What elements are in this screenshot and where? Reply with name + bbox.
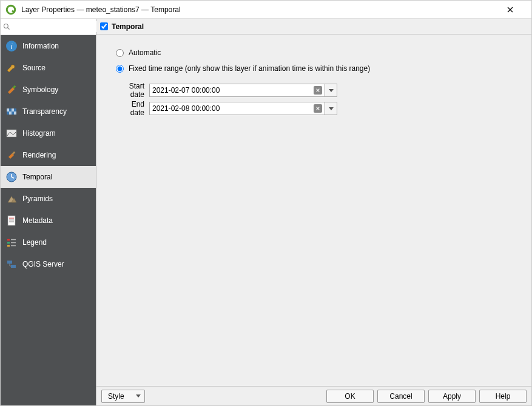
svg-point-4	[4, 24, 8, 28]
clear-icon[interactable]	[314, 104, 322, 113]
clear-icon[interactable]	[314, 86, 322, 95]
radio-automatic[interactable]	[116, 49, 124, 57]
panel-body: Automatic Fixed time range (only show th…	[96, 35, 531, 386]
paintbrush-icon	[5, 84, 18, 96]
sidebar-item-label: QGIS Server	[22, 260, 64, 268]
sidebar-item-label: Pyramids	[22, 195, 53, 203]
main-area: i Information Source Symbology	[1, 19, 531, 405]
sidebar-item-rendering[interactable]: Rendering	[1, 144, 96, 166]
window-title: Layer Properties — meteo_stations7 — Tem…	[21, 5, 507, 14]
sidebar-item-label: Metadata	[22, 216, 53, 225]
info-icon: i	[5, 40, 18, 52]
close-button[interactable]	[507, 7, 527, 13]
sidebar-item-source[interactable]: Source	[1, 57, 96, 79]
sidebar-item-label: Symbology	[22, 85, 58, 94]
start-date-input[interactable]	[152, 86, 314, 95]
sidebar-item-qgis-server[interactable]: QGIS Server	[1, 253, 96, 275]
sidebar-item-label: Information	[22, 42, 59, 50]
start-date-label: Start date	[116, 82, 149, 99]
svg-rect-27	[7, 245, 10, 247]
clock-icon	[5, 171, 18, 183]
sidebar-item-transparency[interactable]: Transparency	[1, 101, 96, 122]
legend-icon	[5, 236, 18, 248]
end-date-field[interactable]	[149, 102, 325, 115]
radio-row-automatic: Automatic	[116, 45, 523, 60]
server-icon	[5, 258, 18, 270]
chevron-down-icon	[136, 394, 141, 398]
qgis-logo-icon	[5, 4, 16, 15]
start-date-row: Start date	[116, 82, 523, 99]
chevron-down-icon	[329, 89, 334, 92]
svg-text:i: i	[11, 42, 13, 51]
svg-rect-25	[7, 239, 10, 241]
radio-automatic-label: Automatic	[129, 48, 161, 57]
ok-button[interactable]: OK	[326, 390, 374, 403]
brush-icon	[5, 149, 18, 161]
svg-line-5	[8, 28, 10, 30]
svg-rect-21	[8, 216, 15, 225]
svg-rect-12	[9, 111, 12, 115]
sidebar-item-temporal[interactable]: Temporal	[1, 166, 96, 188]
start-date-field[interactable]	[149, 84, 325, 97]
svg-rect-32	[11, 265, 16, 268]
sidebar-item-legend[interactable]: Legend	[1, 231, 96, 253]
wrench-icon	[5, 62, 18, 74]
help-button[interactable]: Help	[479, 390, 527, 403]
cancel-button[interactable]: Cancel	[377, 390, 425, 403]
sidebar-search[interactable]	[1, 19, 96, 35]
histogram-icon	[5, 127, 18, 139]
sidebar-item-label: Legend	[22, 238, 47, 247]
sidebar-item-metadata[interactable]: Metadata	[1, 210, 96, 231]
svg-rect-11	[12, 108, 14, 111]
search-icon	[3, 23, 10, 30]
sidebar-item-label: Temporal	[22, 173, 52, 181]
sidebar-item-label: Rendering	[22, 151, 56, 159]
sidebar-item-label: Source	[22, 64, 45, 72]
sidebar-item-information[interactable]: i Information	[1, 35, 96, 57]
radio-row-fixed: Fixed time range (only show this layer i…	[116, 61, 523, 76]
temporal-enable-checkbox[interactable]	[100, 22, 108, 30]
svg-rect-10	[7, 108, 9, 111]
titlebar: Layer Properties — meteo_stations7 — Tem…	[1, 1, 531, 19]
apply-button[interactable]: Apply	[428, 390, 476, 403]
sidebar-item-label: Transparency	[22, 107, 67, 116]
sidebar-item-histogram[interactable]: Histogram	[1, 122, 96, 144]
svg-marker-37	[329, 89, 334, 92]
pyramids-icon	[5, 193, 18, 205]
end-date-label: End date	[116, 100, 149, 117]
svg-marker-40	[329, 107, 334, 110]
chevron-down-icon	[329, 107, 334, 110]
panel-header: Temporal	[96, 19, 531, 35]
dialog-footer: Style OK Cancel Apply Help	[96, 386, 531, 405]
start-date-dropdown[interactable]	[325, 84, 337, 97]
document-icon	[5, 215, 18, 227]
panel-header-label: Temporal	[112, 22, 144, 31]
sidebar-list: i Information Source Symbology	[1, 35, 96, 405]
search-input[interactable]	[13, 21, 109, 32]
svg-rect-31	[7, 261, 12, 264]
sidebar-item-label: Histogram	[22, 129, 56, 138]
svg-rect-13	[14, 111, 16, 115]
date-form: Start date End date	[116, 82, 523, 117]
end-date-input[interactable]	[152, 104, 314, 113]
radio-fixed-label: Fixed time range (only show this layer i…	[129, 64, 370, 73]
end-date-dropdown[interactable]	[325, 102, 337, 115]
style-menu-button[interactable]: Style	[101, 390, 145, 403]
svg-marker-41	[136, 394, 141, 398]
sidebar-item-pyramids[interactable]: Pyramids	[1, 188, 96, 210]
content-panel: Temporal Automatic Fixed time range (onl…	[96, 19, 531, 405]
style-button-label: Style	[108, 392, 124, 401]
close-icon	[507, 7, 513, 13]
svg-rect-26	[7, 242, 10, 244]
end-date-row: End date	[116, 100, 523, 117]
radio-fixed[interactable]	[116, 65, 124, 73]
sidebar-wrap: i Information Source Symbology	[1, 19, 96, 405]
sidebar-item-symbology[interactable]: Symbology	[1, 79, 96, 101]
transparency-icon	[5, 105, 18, 118]
